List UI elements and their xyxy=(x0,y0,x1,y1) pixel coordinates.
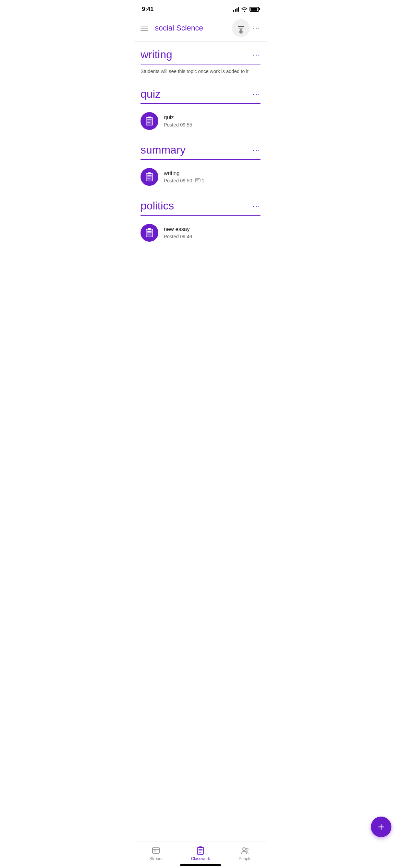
assignment-new-essay-posted: Posted 09:49 xyxy=(164,234,192,239)
assignment-quiz-icon xyxy=(141,112,158,130)
signal-icon xyxy=(233,7,239,12)
topic-politics: politics ··· xyxy=(134,193,267,216)
topic-writing: writing ··· Students will see this topic… xyxy=(134,41,267,74)
topic-quiz-divider xyxy=(141,103,260,104)
topic-summary: summary ··· xyxy=(134,137,267,160)
topic-quiz-more[interactable]: ··· xyxy=(253,90,260,98)
topic-summary-header: summary ··· xyxy=(141,144,260,156)
topic-quiz-title: quiz xyxy=(141,88,161,100)
assignment-new-essay-info: new essay Posted 09:49 xyxy=(164,226,260,239)
topic-writing-divider xyxy=(141,64,260,64)
assignment-writing-info: writing Posted 09:50 1 xyxy=(164,170,260,183)
assignment-quiz-posted: Posted 09:55 xyxy=(164,122,192,128)
clipboard-icon-3 xyxy=(145,228,154,238)
battery-icon xyxy=(250,7,259,12)
svg-rect-13 xyxy=(146,229,153,237)
topic-writing-more[interactable]: ··· xyxy=(253,51,260,59)
assignment-writing-posted: Posted 09:50 xyxy=(164,178,192,183)
assignment-quiz-info: quiz Posted 09:55 xyxy=(164,114,260,128)
assignment-new-essay-meta: Posted 09:49 xyxy=(164,234,260,239)
topic-politics-more[interactable]: ··· xyxy=(253,202,260,210)
assignment-new-essay-icon xyxy=(141,224,158,242)
comment-count: 1 xyxy=(195,178,205,183)
assignment-new-essay[interactable]: new essay Posted 09:49 xyxy=(134,220,267,246)
topic-writing-header: writing ··· xyxy=(141,48,260,61)
topic-politics-title: politics xyxy=(141,200,174,212)
assignment-new-essay-title: new essay xyxy=(164,226,260,232)
wifi-icon xyxy=(241,7,247,12)
page-title: social Science xyxy=(155,24,203,33)
content: writing ··· Students will see this topic… xyxy=(134,41,267,277)
header-right: ··· xyxy=(232,19,260,37)
topic-summary-divider xyxy=(141,159,260,160)
svg-rect-0 xyxy=(146,118,153,125)
assignment-writing-icon xyxy=(141,168,158,186)
assignment-writing[interactable]: writing Posted 09:50 1 xyxy=(134,164,267,190)
comment-count-value: 1 xyxy=(202,178,205,183)
topic-summary-title: summary xyxy=(141,144,186,156)
clipboard-icon xyxy=(145,116,154,126)
topic-politics-divider xyxy=(141,215,260,216)
assignment-quiz[interactable]: quiz Posted 09:55 xyxy=(134,108,267,134)
filter-icon xyxy=(238,26,244,30)
status-bar: 9:41 xyxy=(134,0,267,16)
topic-politics-header: politics ··· xyxy=(141,200,260,212)
topic-quiz: quiz ··· xyxy=(134,81,267,104)
header-left: social Science xyxy=(141,24,203,33)
status-time: 9:41 xyxy=(142,6,154,13)
svg-rect-1 xyxy=(148,117,151,118)
header: social Science ··· xyxy=(134,16,267,41)
svg-rect-5 xyxy=(146,173,153,181)
filter-dot xyxy=(239,30,243,34)
menu-button[interactable] xyxy=(141,26,148,31)
topic-writing-title: writing xyxy=(141,48,172,61)
svg-rect-6 xyxy=(148,172,151,174)
topic-summary-more[interactable]: ··· xyxy=(253,146,260,154)
assignment-quiz-title: quiz xyxy=(164,114,260,121)
more-options-button[interactable]: ··· xyxy=(253,24,260,32)
filter-button[interactable] xyxy=(232,19,250,37)
topic-writing-subtitle: Students will see this topic once work i… xyxy=(141,69,260,74)
svg-rect-10 xyxy=(195,179,200,182)
assignment-writing-meta: Posted 09:50 1 xyxy=(164,178,260,183)
status-icons xyxy=(233,7,259,12)
topic-quiz-header: quiz ··· xyxy=(141,88,260,100)
assignment-quiz-meta: Posted 09:55 xyxy=(164,122,260,128)
assignment-writing-title: writing xyxy=(164,170,260,177)
clipboard-icon-2 xyxy=(145,172,154,182)
svg-rect-14 xyxy=(148,228,151,230)
comment-icon xyxy=(195,178,200,183)
